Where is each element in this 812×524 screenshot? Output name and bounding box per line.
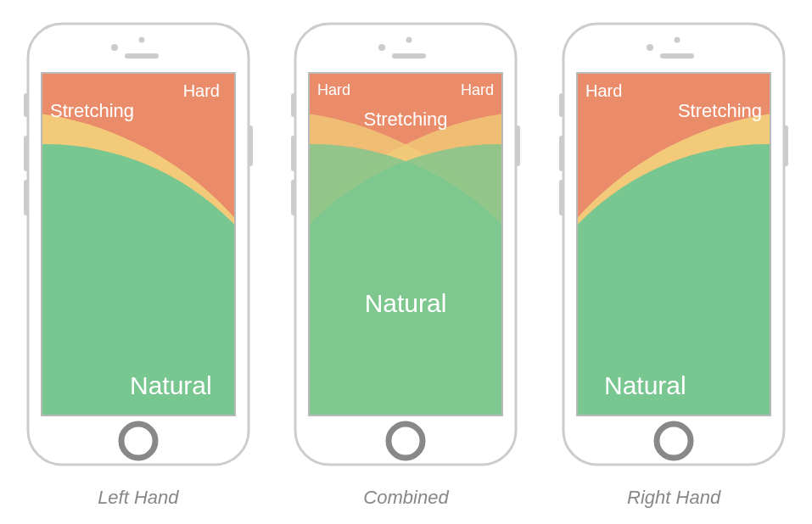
phone-right-hand: Hard Stretching Natural Right Hand [555, 17, 792, 509]
svg-rect-1 [24, 93, 29, 117]
phone-combined-svg: Hard Hard Stretching Natural [287, 17, 524, 475]
svg-rect-2 [24, 136, 29, 171]
label-natural: Natural [130, 371, 212, 399]
phone-combined: Hard Hard Stretching Natural Combined [287, 17, 524, 509]
phone-right-svg: Hard Stretching Natural [555, 17, 792, 475]
label-natural: Natural [365, 289, 447, 317]
label-stretching: Stretching [50, 100, 134, 121]
caption-right: Right Hand [627, 487, 720, 509]
svg-rect-20 [392, 53, 426, 59]
svg-rect-33 [559, 180, 564, 215]
svg-rect-4 [248, 125, 253, 166]
caption-combined: Combined [363, 487, 448, 509]
phone-left-svg: Hard Stretching Natural [20, 17, 257, 475]
svg-point-37 [675, 37, 680, 43]
svg-rect-3 [24, 180, 29, 215]
svg-point-21 [406, 37, 412, 43]
label-natural: Natural [604, 371, 686, 399]
svg-rect-16 [291, 136, 296, 171]
thumb-zone-diagram: Hard Stretching Natural Left Hand [0, 0, 812, 509]
label-hard-right: Hard [461, 81, 494, 98]
svg-rect-34 [783, 125, 788, 166]
label-hard: Hard [585, 81, 622, 100]
svg-rect-15 [291, 93, 296, 117]
svg-point-35 [647, 44, 653, 51]
svg-rect-36 [660, 53, 694, 59]
svg-rect-6 [125, 53, 159, 59]
svg-rect-17 [291, 180, 296, 215]
svg-point-7 [138, 37, 144, 43]
label-stretching: Stretching [364, 109, 448, 130]
svg-point-5 [111, 44, 118, 51]
phone-left-hand: Hard Stretching Natural Left Hand [20, 17, 257, 509]
label-stretching: Stretching [678, 100, 762, 121]
svg-rect-32 [559, 136, 564, 171]
svg-rect-31 [559, 93, 564, 117]
label-hard-left: Hard [317, 81, 350, 98]
caption-left: Left Hand [98, 487, 178, 509]
svg-rect-18 [515, 125, 520, 166]
label-hard: Hard [182, 81, 219, 100]
svg-point-19 [378, 44, 385, 51]
